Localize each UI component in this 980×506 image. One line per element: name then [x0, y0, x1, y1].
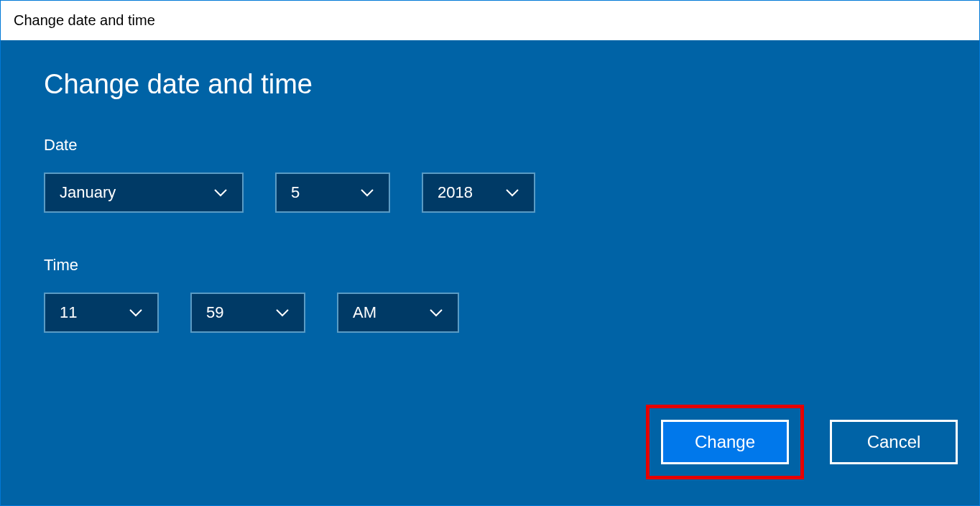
page-heading: Change date and time: [44, 69, 936, 100]
day-value: 5: [291, 183, 346, 202]
time-row: 11 59 AM: [44, 293, 936, 333]
date-label: Date: [44, 136, 936, 155]
hour-value: 11: [60, 303, 114, 322]
year-select[interactable]: 2018: [422, 172, 535, 213]
change-button[interactable]: Change: [661, 420, 789, 464]
minute-value: 59: [206, 303, 261, 322]
ampm-select[interactable]: AM: [337, 293, 459, 333]
chevron-down-icon: [213, 188, 228, 197]
month-value: January: [60, 183, 199, 202]
time-label: Time: [44, 256, 936, 275]
chevron-down-icon: [505, 188, 519, 197]
chevron-down-icon: [129, 308, 143, 317]
date-row: January 5 2018: [44, 172, 936, 213]
action-buttons: Change Cancel: [646, 405, 958, 479]
year-value: 2018: [438, 183, 491, 202]
chevron-down-icon: [429, 308, 443, 317]
titlebar: Change date and time: [1, 1, 979, 40]
change-date-time-window: Change date and time Change date and tim…: [0, 0, 980, 506]
highlight-annotation: Change: [646, 405, 804, 479]
day-select[interactable]: 5: [275, 172, 390, 213]
chevron-down-icon: [275, 308, 290, 317]
minute-select[interactable]: 59: [190, 293, 305, 333]
hour-select[interactable]: 11: [44, 293, 159, 333]
content-area: Change date and time Date January 5 2018…: [1, 40, 979, 505]
ampm-value: AM: [353, 303, 415, 322]
month-select[interactable]: January: [44, 172, 244, 213]
cancel-button[interactable]: Cancel: [830, 420, 958, 464]
titlebar-title: Change date and time: [14, 12, 155, 29]
chevron-down-icon: [360, 188, 374, 197]
